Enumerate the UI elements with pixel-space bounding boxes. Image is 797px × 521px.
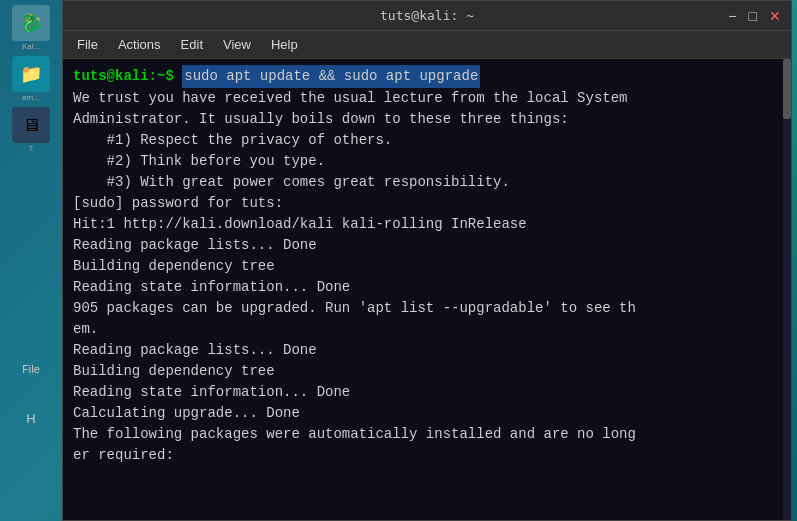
output-line-12: 905 packages can be upgraded. Run 'apt l… <box>73 298 781 319</box>
title-bar: tuts@kali: ~ − □ ✕ <box>63 1 791 31</box>
command-text: sudo apt update && sudo apt upgrade <box>182 65 480 88</box>
sidebar-item-h[interactable]: H <box>8 395 54 441</box>
output-line-3: #1) Respect the privacy of others. <box>73 130 781 151</box>
menu-bar: File Actions Edit View Help <box>63 31 791 59</box>
am-icon: 📁 <box>12 56 50 92</box>
window-controls: − □ ✕ <box>726 9 783 23</box>
output-line-17: Calculating upgrade... Done <box>73 403 781 424</box>
window-title: tuts@kali: ~ <box>380 8 474 23</box>
sidebar-label-am: am... <box>22 93 40 102</box>
output-line-16: Reading state information... Done <box>73 382 781 403</box>
output-line-8: Hit:1 http://kali.download/kali kali-rol… <box>73 214 781 235</box>
output-line-5: #3) With great power comes great respons… <box>73 172 781 193</box>
output-line-19: er required: <box>73 445 781 466</box>
prompt-user: tuts@kali:~$ <box>73 66 174 87</box>
sidebar-label-h: H <box>26 411 35 426</box>
menu-help[interactable]: Help <box>263 35 306 54</box>
menu-actions[interactable]: Actions <box>110 35 169 54</box>
sidebar-item-file[interactable]: File <box>8 345 54 391</box>
output-line-7: [sudo] password for tuts: <box>73 193 781 214</box>
output-line-18: The following packages were automaticall… <box>73 424 781 445</box>
terminal-window: tuts@kali: ~ − □ ✕ File Actions Edit Vie… <box>62 0 792 521</box>
output-line-13: em. <box>73 319 781 340</box>
sidebar-item-kali[interactable]: 🐉 Kal... <box>8 5 54 51</box>
sidebar-label-file: File <box>22 363 40 375</box>
output-line-4: #2) Think before you type. <box>73 151 781 172</box>
prompt-line: tuts@kali:~$ sudo apt update && sudo apt… <box>73 65 781 88</box>
output-line-15: Building dependency tree <box>73 361 781 382</box>
scrollbar[interactable] <box>783 59 791 520</box>
close-button[interactable]: ✕ <box>767 9 783 23</box>
output-line-1: Administrator. It usually boils down to … <box>73 109 781 130</box>
output-line-14: Reading package lists... Done <box>73 340 781 361</box>
maximize-button[interactable]: □ <box>747 9 759 23</box>
sidebar-label-kali: Kal... <box>22 42 40 51</box>
scrollbar-thumb[interactable] <box>783 59 791 119</box>
menu-edit[interactable]: Edit <box>173 35 211 54</box>
output-line-11: Reading state information... Done <box>73 277 781 298</box>
output-line-10: Building dependency tree <box>73 256 781 277</box>
kali-icon: 🐉 <box>12 5 50 41</box>
output-line-0: We trust you have received the usual lec… <box>73 88 781 109</box>
sidebar-item-am[interactable]: 📁 am... <box>8 56 54 102</box>
taskbar-left: 🐉 Kal... 📁 am... 🖥 T File H <box>0 0 62 521</box>
menu-view[interactable]: View <box>215 35 259 54</box>
terminal-body[interactable]: tuts@kali:~$ sudo apt update && sudo apt… <box>63 59 791 520</box>
minimize-button[interactable]: − <box>726 9 738 23</box>
sidebar-label-terminal: T <box>29 144 34 153</box>
sidebar-item-terminal[interactable]: 🖥 T <box>8 107 54 153</box>
output-line-9: Reading package lists... Done <box>73 235 781 256</box>
menu-file[interactable]: File <box>69 35 106 54</box>
terminal-icon: 🖥 <box>12 107 50 143</box>
